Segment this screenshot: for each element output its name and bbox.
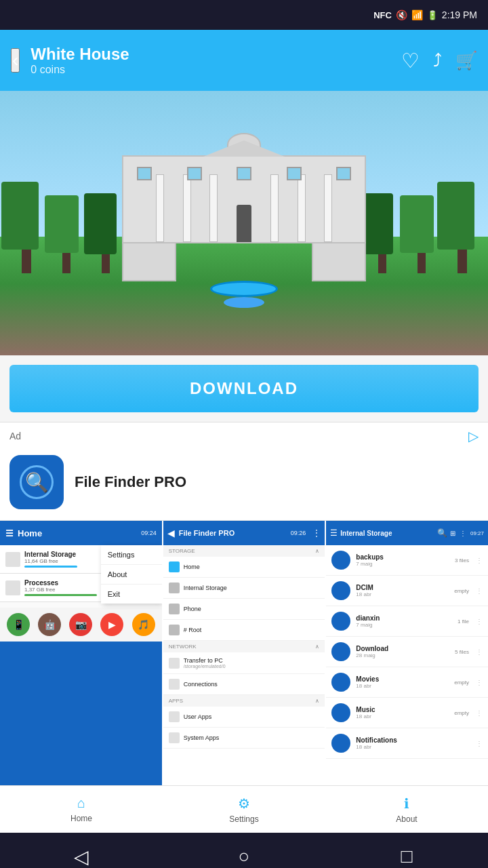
nav-settings-item[interactable]: ⚙ Settings	[163, 786, 325, 833]
ss3-download-more-icon[interactable]: ⋮	[476, 648, 483, 656]
ss2-userapps-item[interactable]: User Apps	[163, 707, 325, 728]
ss3-music-badge: empty	[454, 710, 469, 716]
ss1-icon-5[interactable]: 🎵	[132, 613, 155, 636]
ss3-backups-item[interactable]: backups 7 maig 3 files ⋮	[326, 545, 488, 576]
ss1-title: Home	[18, 528, 42, 538]
wings-row	[122, 241, 366, 281]
ad-choices-icon[interactable]: ▷	[468, 428, 479, 444]
ss2-network-label: NETWORK	[169, 644, 197, 650]
ss3-music-text: Music 18 abr	[356, 706, 449, 719]
ss3-menu-icon[interactable]: ⋮	[460, 530, 466, 537]
ss3-download-item[interactable]: Download 28 maig 5 files ⋮	[326, 637, 488, 667]
ad-content: 🔍 File Finder PRO	[0, 450, 488, 520]
nav-home-item[interactable]: ⌂ Home	[0, 786, 163, 833]
column	[209, 174, 218, 242]
ss3-movies-date: 18 abr	[356, 683, 449, 689]
ss3-notifications-icon	[331, 734, 350, 753]
ss3-movies-more-icon[interactable]: ⋮	[476, 679, 483, 686]
ss1-icon-2[interactable]: 🤖	[38, 613, 61, 636]
ss2-storage-arrow: ∧	[315, 548, 319, 554]
ss3-movies-text: Movies 18 abr	[356, 675, 449, 689]
ss3-dcim-item[interactable]: DCIM 18 abr empty ⋮	[326, 576, 488, 606]
ss2-sysapps-item[interactable]: System Apps	[163, 728, 325, 749]
nav-about-item[interactable]: ℹ About	[325, 786, 488, 833]
ss3-grid-icon[interactable]: ⊞	[450, 530, 455, 537]
ss1-storage-icon	[5, 552, 20, 567]
ss2-storage-label: STORAGE	[169, 548, 195, 554]
ss3-movies-name: Movies	[356, 675, 449, 683]
recent-nav-button[interactable]: □	[386, 836, 427, 868]
ss3-movies-item[interactable]: Movies 18 abr empty ⋮	[326, 667, 488, 698]
ss3-dianxin-date: 7 maig	[356, 622, 452, 628]
ss1-exit-item[interactable]: Exit	[101, 585, 162, 604]
ss2-network-arrow: ∧	[315, 644, 319, 650]
ss3-dianxin-item[interactable]: dianxin 7 maig 1 file ⋮	[326, 606, 488, 637]
ss2-menu-icon[interactable]: ⋮	[312, 528, 321, 538]
ss1-settings-item[interactable]: Settings	[101, 545, 162, 565]
ss3-backups-more-icon[interactable]: ⋮	[476, 557, 483, 564]
ss1-about-item[interactable]: About	[101, 565, 162, 585]
ss3-download-name: Download	[356, 645, 449, 652]
ss2-internal-item[interactable]: Internal Storage	[163, 578, 325, 599]
ss2-home-item[interactable]: Home	[163, 557, 325, 578]
ss3-notifications-item[interactable]: Notifications 18 abr ⋮	[326, 728, 488, 759]
main-door	[237, 205, 251, 242]
ad-app-icon[interactable]: 🔍	[9, 455, 64, 509]
ss3-dcim-more-icon[interactable]: ⋮	[476, 587, 483, 595]
back-button[interactable]: ‹	[11, 48, 20, 73]
ss2-home-label: Home	[184, 564, 200, 570]
ss2-internal-label: Internal Storage	[184, 585, 227, 591]
ss2-sysapps-label: System Apps	[184, 734, 220, 741]
ss2-connections-label: Connections	[184, 681, 218, 688]
ss2-phone-item[interactable]: Phone	[163, 599, 325, 620]
download-section: DOWNLOAD	[0, 355, 488, 422]
ss3-music-date: 18 abr	[356, 713, 449, 719]
back-nav-button[interactable]: ◁	[61, 836, 102, 868]
screenshot-3: ☰ Internal Storage 🔍 ⊞ ⋮ 09:27 backups 7…	[326, 521, 488, 785]
ss3-music-more-icon[interactable]: ⋮	[476, 709, 483, 717]
title-block: White House 0 coins	[30, 45, 390, 76]
ss2-root-item[interactable]: # Root	[163, 620, 325, 641]
download-button[interactable]: DOWNLOAD	[9, 365, 479, 412]
ad-app-icon-inner: 🔍	[20, 465, 54, 499]
ss3-backups-icon	[331, 551, 350, 570]
ad-app-name[interactable]: File Finder PRO	[75, 473, 186, 491]
screenshot-2: ◀ File Finder PRO 09:26 ⋮ STORAGE ∧ Home…	[163, 521, 327, 785]
ss3-dianxin-name: dianxin	[356, 614, 452, 622]
settings-nav-icon: ⚙	[238, 795, 250, 812]
column	[298, 174, 306, 242]
ss1-icon-1[interactable]: 📱	[7, 613, 30, 636]
ss1-icon-3[interactable]: 📷	[69, 613, 92, 636]
window	[287, 167, 302, 180]
ss1-proc-progress	[24, 594, 97, 596]
ss3-search-icon[interactable]: 🔍	[437, 528, 447, 538]
ss3-dcim-icon	[331, 581, 350, 600]
right-tree-3	[371, 193, 393, 273]
ss2-connections-item[interactable]: Connections	[163, 674, 325, 695]
home-nav-icon: ⌂	[77, 795, 85, 811]
ss2-transfer-item[interactable]: Transfer to PC /storage/emulated/0	[163, 652, 325, 674]
left-tree-1	[14, 182, 39, 273]
status-icons: NFC 🔇 📶 🔋 2:19 PM	[373, 9, 477, 20]
ss2-sysapps-icon	[169, 732, 180, 743]
left-wing	[122, 241, 176, 281]
ss2-root-icon	[169, 625, 180, 635]
status-bar: NFC 🔇 📶 🔋 2:19 PM	[0, 0, 488, 30]
coins-label: 0 coins	[30, 64, 390, 76]
cart-button[interactable]: 🛒	[455, 50, 477, 71]
share-button[interactable]: ⤴	[433, 50, 442, 71]
ss3-dianxin-more-icon[interactable]: ⋮	[476, 618, 483, 625]
ss3-topbar: ☰ Internal Storage 🔍 ⊞ ⋮ 09:27	[326, 521, 488, 545]
screenshot-1: ☰ Home 09:24 Settings About Exit Interna…	[0, 521, 163, 785]
home-nav-button[interactable]: ○	[224, 836, 264, 868]
window	[137, 167, 152, 180]
fountain	[210, 281, 278, 297]
favorite-button[interactable]: ♡	[401, 49, 420, 73]
ss1-progress-bar	[24, 566, 77, 568]
ss3-backups-badge: 3 files	[455, 557, 469, 564]
ss3-music-item[interactable]: Music 18 abr empty ⋮	[326, 698, 488, 728]
ss3-dianxin-icon	[331, 612, 350, 631]
nfc-icon: NFC	[373, 10, 392, 20]
ss3-notifications-more-icon[interactable]: ⋮	[476, 740, 483, 747]
ss1-icon-4[interactable]: ▶	[100, 613, 123, 636]
